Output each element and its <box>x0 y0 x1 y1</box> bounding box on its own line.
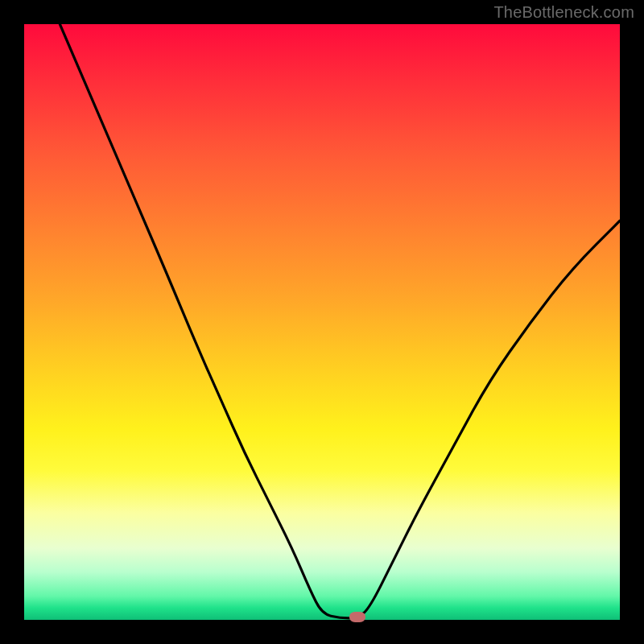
chart-frame: TheBottleneck.com <box>0 0 644 644</box>
curve-svg <box>24 24 620 620</box>
watermark-text: TheBottleneck.com <box>493 3 634 22</box>
minimum-marker <box>349 612 365 622</box>
bottleneck-curve <box>60 24 620 618</box>
plot-area <box>24 24 620 620</box>
